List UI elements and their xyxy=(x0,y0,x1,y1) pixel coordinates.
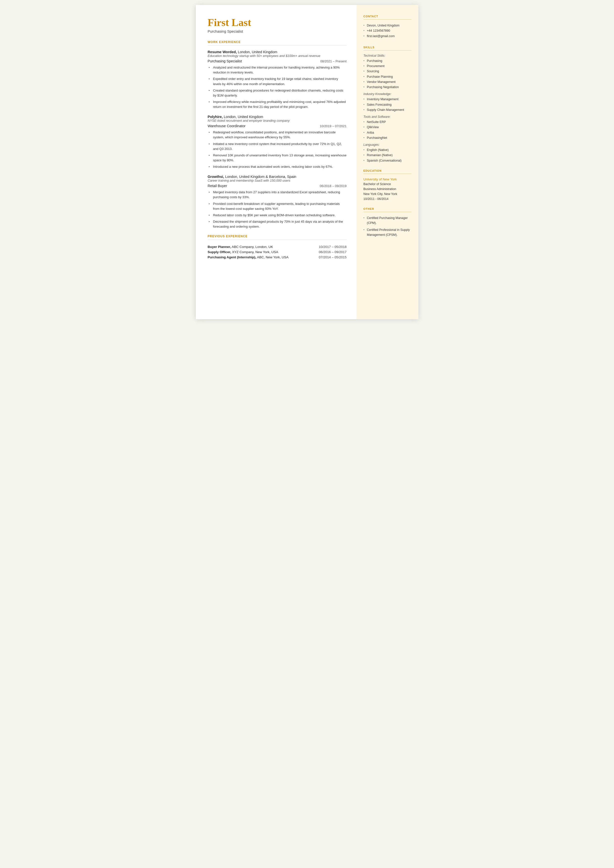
job-1-bullets: Analyzed and restructured the internal p… xyxy=(209,65,347,109)
skill-item: English (Native) xyxy=(363,148,411,153)
other-heading: OTHER xyxy=(363,207,411,210)
previous-experience-table: Buyer Planner, ABC Company, London, UK 1… xyxy=(208,244,347,260)
contact-item-phone: +44 1234567890 xyxy=(363,28,411,33)
technical-skills-label: Technical Skills: xyxy=(363,54,411,57)
contact-heading: CONTACT xyxy=(363,15,411,18)
skill-item: PurchasingNet xyxy=(363,135,411,141)
company-3-name: Growthsi, London, United Kingdom & Barce… xyxy=(208,175,347,179)
other-section: OTHER Certified Purchasing Manager (CPM)… xyxy=(363,207,411,237)
bullet-item: Redesigned workflow, consolidated positi… xyxy=(209,130,347,140)
bullet-item: Analyzed and restructured the internal p… xyxy=(209,65,347,75)
bullet-item: Improved efficiency while maximizing pro… xyxy=(209,99,347,109)
skills-heading: SKILLS xyxy=(363,46,411,49)
bullet-item: Introduced a new process that automated … xyxy=(209,164,347,169)
prev-divider xyxy=(208,239,347,240)
technical-skills-list: Purchasing Procurement Sourcing Purchase… xyxy=(363,58,411,90)
skill-item: Spanish (Conversational) xyxy=(363,158,411,163)
skill-item: Purchasing Negotiation xyxy=(363,85,411,90)
prev-exp-dates-3: 07/2014 – 05/2015 xyxy=(313,255,347,260)
prev-exp-title-1: Buyer Planner, ABC Company, London, UK xyxy=(208,244,313,249)
bullet-item: Reduced labor costs by $5K per week usin… xyxy=(209,213,347,218)
job-3-dates: 06/2018 – 09/2019 xyxy=(320,184,346,188)
prev-exp-dates-1: 10/2017 – 05/2018 xyxy=(313,244,347,249)
company-1-name: Resume Worded, London, United Kingdom xyxy=(208,50,347,54)
skill-item: Sourcing xyxy=(363,69,411,74)
skill-item: Purchase Planning xyxy=(363,74,411,79)
skill-item: Inventory Management xyxy=(363,97,411,102)
languages-label: Languages: xyxy=(363,143,411,146)
industry-knowledge-label: Industry Knowledge: xyxy=(363,92,411,96)
skill-item: Supply Chain Management xyxy=(363,107,411,113)
other-list: Certified Purchasing Manager (CPM). Cert… xyxy=(363,216,411,237)
bullet-item: Decreased the shipment of damaged produc… xyxy=(209,219,347,229)
skill-item: Procurement xyxy=(363,64,411,69)
work-experience-heading: WORK EXPERIENCE xyxy=(208,40,347,44)
skill-item: Purchasing xyxy=(363,58,411,64)
job-3-bullets: Merged inventory data from 27 suppliers … xyxy=(209,190,347,229)
other-item-1: Certified Purchasing Manager (CPM). xyxy=(363,216,411,225)
job-block-1: Resume Worded, London, United Kingdom Ed… xyxy=(208,50,347,109)
prev-exp-row: Supply Officer, XYZ Company, New York, U… xyxy=(208,249,347,255)
edu-school-name: University of New York xyxy=(363,177,411,181)
other-divider xyxy=(363,212,411,212)
right-column: CONTACT Devon, United Kingdom +44 123456… xyxy=(357,5,419,319)
company-3-tagline: Career training and membership SaaS with… xyxy=(208,179,347,182)
job-2-bullets: Redesigned workflow, consolidated positi… xyxy=(209,130,347,169)
bullet-item: Initiated a new inventory control system… xyxy=(209,141,347,151)
job-1-header: Purchasing Specialist 08/2021 – Present xyxy=(208,59,347,63)
tools-software-label: Tools and Software: xyxy=(363,115,411,118)
languages-list: English (Native) Romanian (Native) Spani… xyxy=(363,148,411,163)
company-2-name: Polyhire, London, United Kingdom xyxy=(208,115,347,119)
bullet-item: Merged inventory data from 27 suppliers … xyxy=(209,190,347,200)
skill-item: Romanian (Native) xyxy=(363,153,411,158)
prev-exp-dates-2: 06/2016 – 09/2017 xyxy=(313,249,347,255)
prev-exp-row: Buyer Planner, ABC Company, London, UK 1… xyxy=(208,244,347,249)
prev-exp-title-2: Supply Officer, XYZ Company, New York, U… xyxy=(208,249,313,255)
skill-item: NetSuite ERP xyxy=(363,120,411,125)
bullet-item: Created standard operating procedures fo… xyxy=(209,88,347,98)
edu-degree: Bachelor of Science xyxy=(363,182,411,186)
job-3-title: Retail Buyer xyxy=(208,184,227,188)
prev-exp-title-3: Purchasing Agent (Internship), ABC, New … xyxy=(208,255,313,260)
job-1-dates: 08/2021 – Present xyxy=(320,59,346,63)
edu-block-1: University of New York Bachelor of Scien… xyxy=(363,177,411,202)
skill-item: QlikView xyxy=(363,125,411,130)
contact-section: CONTACT Devon, United Kingdom +44 123456… xyxy=(363,15,411,39)
contact-item-email: first.last@gmail.com xyxy=(363,34,411,39)
contact-list: Devon, United Kingdom +44 1234567890 fir… xyxy=(363,23,411,39)
bullet-item: Removed 10K pounds of unwarranted invent… xyxy=(209,153,347,163)
job-title: Purchasing Specialist xyxy=(208,29,347,33)
edu-field: Business Administration xyxy=(363,186,411,191)
education-divider xyxy=(363,174,411,174)
company-1-tagline: Education technology startup with 50+ em… xyxy=(208,54,347,57)
name: First Last xyxy=(208,17,347,28)
bullet-item: Expedited order entry and inventory trac… xyxy=(209,76,347,86)
contact-item-location: Devon, United Kingdom xyxy=(363,23,411,28)
skills-section: SKILLS Technical Skills: Purchasing Proc… xyxy=(363,46,411,163)
resume-page: First Last Purchasing Specialist WORK EX… xyxy=(196,5,419,319)
job-2-title: Warehouse Coordinator xyxy=(208,124,245,128)
job-3-header: Retail Buyer 06/2018 – 09/2019 xyxy=(208,184,347,188)
edu-location: New York City, New York xyxy=(363,191,411,196)
bullet-item: Provided cost-benefit breakdown of suppl… xyxy=(209,202,347,211)
tools-software-list: NetSuite ERP QlikView Ariba PurchasingNe… xyxy=(363,120,411,141)
industry-knowledge-list: Inventory Management Sales Forecasting S… xyxy=(363,97,411,113)
skill-item: Sales Forecasting xyxy=(363,102,411,107)
job-block-2: Polyhire, London, United Kingdom NYSE-li… xyxy=(208,115,347,169)
company-2-tagline: NYSE-listed recruitment and employer bra… xyxy=(208,119,347,123)
education-section: EDUCATION University of New York Bachelo… xyxy=(363,169,411,202)
skill-item: Ariba xyxy=(363,130,411,135)
other-item-2: Certified Professional in Supply Managem… xyxy=(363,227,411,237)
skill-item: Vendor Management xyxy=(363,79,411,85)
edu-dates: 10/2011 - 06/2014 xyxy=(363,196,411,202)
previous-experience-heading: PREVIOUS EXPERIENCE xyxy=(208,234,347,238)
job-1-title: Purchasing Specialist xyxy=(208,59,242,63)
job-2-dates: 10/2019 – 07/2021 xyxy=(320,124,346,128)
job-2-header: Warehouse Coordinator 10/2019 – 07/2021 xyxy=(208,124,347,128)
contact-divider xyxy=(363,19,411,20)
job-block-3: Growthsi, London, United Kingdom & Barce… xyxy=(208,175,347,229)
education-heading: EDUCATION xyxy=(363,169,411,172)
left-column: First Last Purchasing Specialist WORK EX… xyxy=(196,5,357,319)
prev-exp-row: Purchasing Agent (Internship), ABC, New … xyxy=(208,255,347,260)
